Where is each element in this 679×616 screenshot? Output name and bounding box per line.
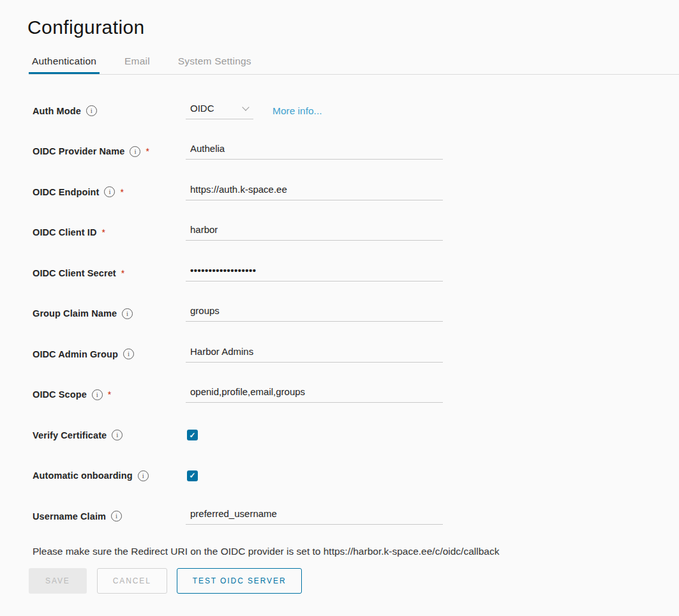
username-claim-input[interactable] xyxy=(186,508,443,525)
action-bar: SAVE CANCEL TEST OIDC SERVER xyxy=(29,568,679,594)
group-claim-name-input[interactable] xyxy=(186,305,443,322)
field-value xyxy=(186,386,443,403)
form-row-oidc-provider-name: OIDC Provider Namei* xyxy=(33,131,679,172)
form-row-verify-certificate: Verify Certificatei✓ xyxy=(33,415,679,456)
select-value: OIDC xyxy=(190,103,214,114)
configuration-page: Configuration Authentication Email Syste… xyxy=(0,0,679,594)
info-icon[interactable]: i xyxy=(104,186,115,197)
field-value: ✓ xyxy=(186,430,198,440)
info-icon[interactable]: i xyxy=(86,105,97,116)
oidc-provider-name-input[interactable] xyxy=(186,143,443,160)
form-row-oidc-admin-group: OIDC Admin Groupi xyxy=(33,334,679,375)
auth-mode-select[interactable]: OIDC xyxy=(186,103,253,119)
field-label-group: OIDC Endpointi* xyxy=(33,186,186,197)
cancel-button[interactable]: CANCEL xyxy=(97,568,167,594)
auth-config-form: Auth ModeiOIDCMore info...OIDC Provider … xyxy=(33,91,679,537)
checkmark-icon: ✓ xyxy=(189,472,195,479)
field-value xyxy=(186,508,443,525)
form-row-oidc-client-secret: OIDC Client Secret* xyxy=(33,253,679,294)
form-row-oidc-scope: OIDC Scopei* xyxy=(33,375,679,416)
field-label-group: Auth Modei xyxy=(33,105,186,116)
field-value: OIDCMore info... xyxy=(186,103,322,119)
field-label: OIDC Provider Name xyxy=(33,146,124,156)
field-value: ✓ xyxy=(186,470,198,481)
more-info-link[interactable]: More info... xyxy=(272,105,322,117)
page-title: Configuration xyxy=(27,17,679,38)
info-icon[interactable]: i xyxy=(111,511,122,522)
required-asterisk: * xyxy=(120,187,123,197)
field-value xyxy=(186,265,443,282)
form-row-oidc-client-id: OIDC Client ID* xyxy=(33,213,679,253)
required-asterisk: * xyxy=(108,389,111,400)
automatic-onboarding-checkbox[interactable]: ✓ xyxy=(187,470,198,481)
field-label-group: OIDC Admin Groupi xyxy=(33,349,186,359)
field-label-group: OIDC Scopei* xyxy=(33,389,186,400)
oidc-client-id-input[interactable] xyxy=(186,224,443,241)
field-label: Auth Mode xyxy=(33,106,81,116)
required-asterisk: * xyxy=(121,268,124,278)
field-label: Username Claim xyxy=(33,511,106,522)
test-oidc-server-button[interactable]: TEST OIDC SERVER xyxy=(177,568,302,594)
field-label: OIDC Client ID xyxy=(33,227,97,237)
form-row-auth-mode: Auth ModeiOIDCMore info... xyxy=(33,91,679,131)
info-icon[interactable]: i xyxy=(122,308,133,319)
redirect-uri-note: Please make sure the Redirect URI on the… xyxy=(33,546,679,557)
form-row-oidc-endpoint: OIDC Endpointi* xyxy=(33,172,679,213)
required-asterisk: * xyxy=(102,227,105,237)
field-label-group: Username Claimi xyxy=(33,511,186,522)
form-row-username-claim: Username Claimi xyxy=(33,496,679,537)
oidc-endpoint-input[interactable] xyxy=(186,184,443,200)
field-label-group: OIDC Client Secret* xyxy=(33,268,186,278)
required-asterisk: * xyxy=(146,146,149,156)
field-label: OIDC Scope xyxy=(33,389,87,400)
field-label: OIDC Client Secret xyxy=(33,268,116,278)
field-value xyxy=(186,305,443,322)
oidc-client-secret-input[interactable] xyxy=(186,265,443,282)
info-icon[interactable]: i xyxy=(123,349,134,359)
oidc-scope-input[interactable] xyxy=(186,386,443,403)
tab-email[interactable]: Email xyxy=(121,56,153,74)
chevron-down-icon xyxy=(242,103,249,110)
oidc-admin-group-input[interactable] xyxy=(186,346,443,363)
tab-system-settings[interactable]: System Settings xyxy=(175,56,255,74)
field-label: Automatic onboarding xyxy=(33,470,133,481)
tab-authentication[interactable]: Authentication xyxy=(29,56,100,74)
tab-bar: Authentication Email System Settings xyxy=(29,56,679,75)
field-label: Group Claim Name xyxy=(33,308,117,319)
info-icon[interactable]: i xyxy=(130,146,140,157)
field-label: OIDC Endpoint xyxy=(33,187,99,197)
field-value xyxy=(186,224,443,241)
field-label-group: Verify Certificatei xyxy=(33,430,186,440)
field-label-group: Automatic onboardingi xyxy=(33,470,186,481)
field-label: OIDC Admin Group xyxy=(33,349,118,359)
form-row-group-claim-name: Group Claim Namei xyxy=(33,294,679,334)
field-label-group: OIDC Client ID* xyxy=(33,227,186,237)
info-icon[interactable]: i xyxy=(138,470,149,481)
info-icon[interactable]: i xyxy=(112,430,123,440)
verify-certificate-checkbox[interactable]: ✓ xyxy=(187,430,198,440)
field-value xyxy=(186,143,443,160)
checkmark-icon: ✓ xyxy=(189,432,195,439)
form-row-automatic-onboarding: Automatic onboardingi✓ xyxy=(33,456,679,497)
info-icon[interactable]: i xyxy=(92,389,103,400)
field-value xyxy=(186,184,443,200)
field-value xyxy=(186,346,443,363)
save-button[interactable]: SAVE xyxy=(29,568,87,594)
field-label: Verify Certificate xyxy=(33,430,107,440)
field-label-group: Group Claim Namei xyxy=(33,308,186,319)
field-label-group: OIDC Provider Namei* xyxy=(33,146,186,157)
